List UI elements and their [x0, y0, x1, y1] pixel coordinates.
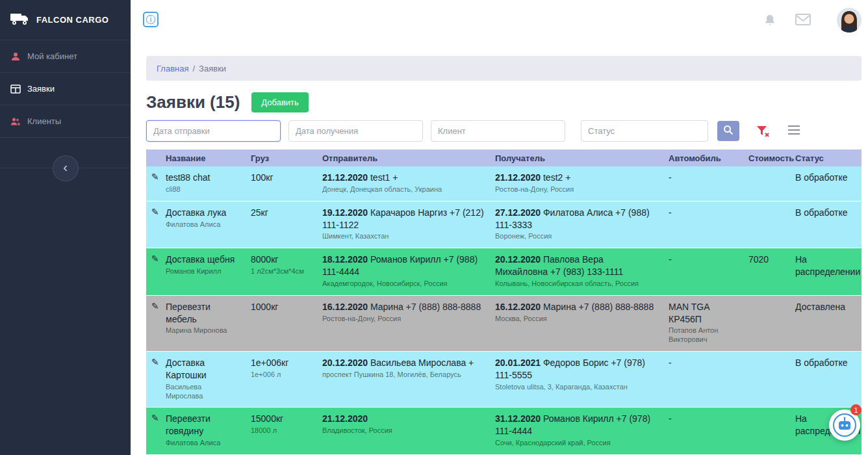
breadcrumb-separator: / [192, 64, 195, 73]
request-name: Перевезти мебель [166, 301, 240, 326]
edit-icon[interactable] [151, 413, 159, 423]
table-row: Доставка Картошки Васильева Мирослава 1e… [146, 351, 862, 407]
breadcrumb-home-link[interactable]: Главная [157, 64, 188, 73]
table-row: test88 chat cli88 100кг 21.12.2020 test1… [146, 166, 862, 201]
driver-name: Потапов Антон Викторович [669, 326, 738, 344]
requests-table: Название Груз Отправитель Получатель Авт… [146, 150, 862, 455]
cost-value: 7020 [748, 254, 785, 266]
edit-icon[interactable] [151, 172, 159, 182]
logo-truck-icon [10, 12, 30, 28]
receiver-address: Москва, Россия [495, 315, 658, 324]
cargo-weight: 25кг [251, 207, 312, 219]
edit-icon[interactable] [151, 301, 159, 311]
request-client: Филатова Алиса [166, 439, 240, 448]
add-request-button[interactable]: Добавить [251, 92, 308, 112]
receiver-date: 31.12.2020 [495, 413, 541, 424]
cargo-weight: 100кг [251, 172, 312, 184]
search-icon [723, 125, 734, 137]
status-badge: На распределении [795, 254, 856, 278]
sender-address: проспект Пушкина 18, Могилёв, Беларусь [322, 370, 485, 380]
request-name: Доставка Картошки [166, 357, 240, 382]
sender-date: 20.12.2020 [322, 358, 368, 368]
cargo-volume: 1 л2см*3см*4см [251, 267, 312, 276]
chat-unread-badge: 1 [850, 404, 862, 415]
info-icon[interactable] [143, 12, 159, 27]
search-button[interactable] [717, 121, 739, 141]
receiver-date: 16.12.2020 [495, 302, 541, 312]
receiver-date: 27.12.2020 [495, 207, 541, 218]
edit-icon[interactable] [151, 207, 159, 217]
logo: FALCON CARGO [0, 0, 131, 40]
sender-name: test1 + [370, 172, 398, 183]
receiver-address: Сочи, Краснодарский край, Россия [495, 439, 658, 448]
vehicle: - [669, 254, 738, 266]
sender-address: Шимкент, Казахстан [322, 232, 485, 241]
requests-table-body: test88 chat cli88 100кг 21.12.2020 test1… [146, 166, 862, 455]
sender-name: Марина +7 (888) 888-8888 [370, 302, 481, 312]
column-header-receiver: Получатель [490, 150, 663, 166]
vehicle: - [669, 413, 738, 425]
breadcrumb: Главная / Заявки [146, 56, 862, 81]
sender-address: Ростов-на-Дону, Россия [322, 315, 485, 324]
chat-widget-button[interactable]: 1 [829, 410, 860, 441]
column-header-name: Название [146, 150, 246, 166]
sidebar: FALCON CARGO Мой кабинет Заявки Клиенты [0, 0, 131, 455]
messages-envelope-icon[interactable] [795, 13, 810, 27]
table-row: Доставка щебня Романов Кирилл 8000кг 1 л… [146, 248, 862, 296]
sender-address: Донецк, Донецкая область, Украина [322, 185, 485, 194]
clients-icon [10, 116, 21, 127]
status-badge: Доставлена [795, 301, 856, 313]
request-client: Романов Кирилл [166, 267, 240, 276]
sidebar-item-cabinet[interactable]: Мой кабинет [0, 40, 131, 73]
request-name: Перевезти говядину [166, 413, 240, 437]
notifications-bell-icon[interactable] [763, 13, 777, 27]
vehicle: - [669, 357, 738, 369]
table-row: Перевезти мебель Марина Миронова 1000кг … [146, 295, 862, 351]
request-name: Доставка лука [166, 207, 240, 219]
client-filter-input[interactable] [431, 120, 565, 142]
date-sent-filter-input[interactable] [146, 120, 281, 142]
receiver-name: test2 + [543, 172, 570, 183]
sender-date: 16.12.2020 [322, 302, 368, 312]
edit-icon[interactable] [151, 357, 159, 367]
vehicle: - [669, 207, 738, 219]
sender-date: 18.12.2020 [322, 254, 368, 265]
user-avatar[interactable] [837, 8, 862, 32]
edit-icon[interactable] [151, 254, 159, 264]
column-header-vehicle: Автомобиль [663, 150, 743, 166]
sidebar-collapse-button[interactable] [53, 155, 79, 181]
request-client: Марина Миронова [166, 326, 240, 335]
status-filter-input[interactable] [581, 120, 708, 142]
sender-address: Владивосток, Россия [322, 426, 485, 436]
menu-icon[interactable] [787, 124, 802, 138]
table-header-row: Название Груз Отправитель Получатель Авт… [146, 150, 862, 166]
receiver-name: Марина +7 (888) 888-8888 [543, 302, 654, 312]
status-badge: В обработке [795, 172, 856, 184]
column-header-sender: Отправитель [317, 150, 490, 166]
receiver-address: Воронеж, Россия [495, 232, 658, 241]
cargo-weight: 1000кг [251, 301, 312, 313]
request-name: Доставка щебня [166, 254, 240, 266]
cargo-weight: 15000кг [251, 413, 312, 425]
sender-date: 21.12.2020 [322, 172, 368, 183]
cargo-volume: 1e+006 л [251, 370, 312, 380]
vehicle: MAN TGA КР456П [669, 301, 738, 326]
cargo-weight: 1e+006кг [251, 357, 312, 369]
request-client: cli88 [166, 185, 240, 194]
status-badge: В обработке [795, 207, 856, 219]
sidebar-item-clients[interactable]: Клиенты [0, 105, 131, 138]
status-badge: В обработке [795, 357, 856, 369]
receiver-address: Ростов-на-Дону, Россия [495, 185, 658, 194]
column-header-status: Статус [790, 150, 862, 166]
receiver-date: 20.12.2020 [495, 254, 541, 265]
page-title: Заявки (15) [146, 92, 240, 112]
sidebar-item-label: Мой кабинет [27, 51, 77, 61]
sidebar-item-requests[interactable]: Заявки [0, 73, 131, 105]
table-row: Доставка лука Филатова Алиса 25кг 19.12.… [146, 201, 862, 248]
sender-name: Васильева Мирослава + [370, 358, 474, 368]
date-received-filter-input[interactable] [288, 120, 423, 142]
column-header-cargo: Груз [246, 150, 317, 166]
cargo-volume: 18000 л [251, 426, 312, 436]
clear-filter-icon[interactable] [755, 124, 771, 139]
cargo-weight: 8000кг [251, 254, 312, 266]
